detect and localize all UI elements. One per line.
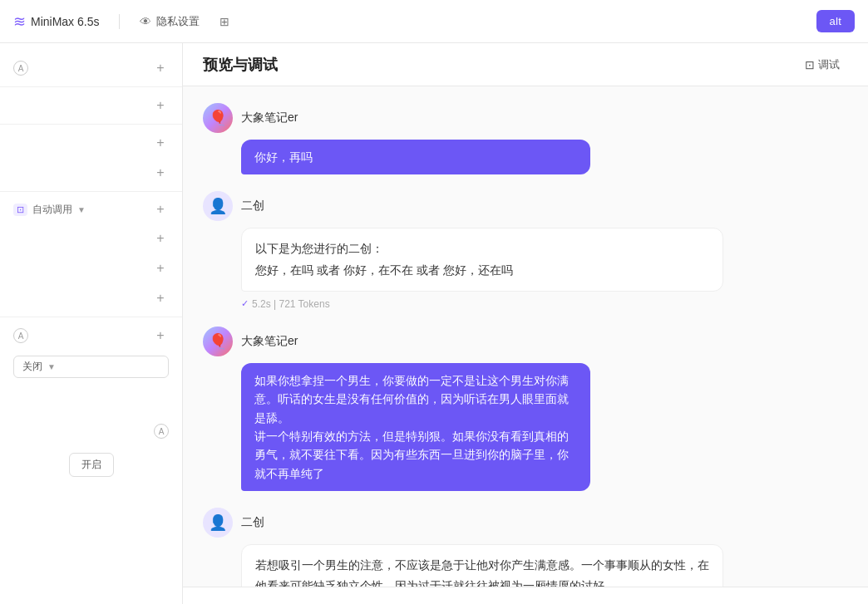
sidebar-section-2: A + (0, 321, 182, 351)
sidebar-circle-a: A (13, 61, 28, 76)
sidebar-circle-a2: A (13, 328, 28, 343)
sidebar-auto-badge: ⊡ 自动调用 ▼ (13, 203, 86, 217)
sidebar-row-2: + (0, 128, 182, 158)
sidebar-plus-3[interactable]: + (152, 135, 169, 151)
eye-icon: 👁 (140, 15, 151, 28)
sidebar-plus-8[interactable]: + (152, 290, 169, 307)
bubble-2: 以下是为您进行的二创：您好，在吗 或者 你好，在不在 或者 您好，还在吗 (241, 228, 723, 291)
avatar-2: 👤 (203, 191, 233, 221)
sidebar-plus-1[interactable]: + (152, 60, 169, 76)
sidebar-row-6: + (0, 283, 182, 313)
avatar-3: 🎈 (203, 327, 233, 356)
message-name-3: 大象笔记er (241, 334, 298, 349)
bottom-bar (183, 587, 868, 604)
auto-badge-icon: ⊡ (13, 204, 27, 216)
meta-check-icon-2: ✓ (241, 298, 249, 309)
meta-text-2: 5.2s | 721 Tokens (252, 298, 330, 310)
sidebar-dropdown-label: 关闭 (22, 360, 42, 374)
message-block-2: 👤 二创 以下是为您进行的二创：您好，在吗 或者 你好，在不在 或者 您好，还在… (203, 191, 848, 309)
message-header-1: 🎈 大象笔记er (203, 103, 848, 133)
sidebar-row-3: + (0, 158, 182, 188)
bubble-2-text: 以下是为您进行的二创：您好，在吗 或者 你好，在不在 或者 您好，还在吗 (255, 242, 513, 276)
sidebar-row-1: + (0, 91, 182, 120)
auto-icon-symbol: ⊡ (17, 204, 24, 215)
sidebar-auto-label: 自动调用 (32, 203, 72, 217)
sidebar-dropdown-chevron: ▼ (47, 362, 56, 371)
sidebar-row-5: + (0, 253, 182, 283)
sidebar-auto-row: ⊡ 自动调用 ▼ + (0, 195, 182, 223)
message-block-1: 🎈 大象笔记er 你好，再吗 (203, 103, 848, 174)
main-layout: A + + + + ⊡ 自动调用 ▼ + + + (0, 43, 868, 604)
sidebar-divider-3 (0, 191, 182, 192)
sidebar-plus-9[interactable]: + (152, 327, 169, 344)
avatar-1: 🎈 (203, 103, 233, 133)
message-name-1: 大象笔记er (241, 110, 298, 125)
bubble-1: 你好，再吗 (241, 140, 590, 174)
content-header: 预览与调试 ⊡ 调试 (183, 43, 868, 86)
sidebar-bottom-circle: A (0, 416, 182, 446)
sidebar-section-1: A + (0, 53, 182, 83)
content-area: 预览与调试 ⊡ 调试 🎈 大象笔记er 你好，再吗 (183, 43, 868, 604)
message-name-4: 二创 (241, 515, 264, 530)
sidebar-plus-4[interactable]: + (152, 165, 169, 181)
sidebar-row-4: + (0, 223, 182, 253)
message-block-4: 👤 二创 若想吸引一个男生的注意，不应该是急于让他对你产生满意感。一个事事顺从的… (203, 508, 848, 587)
message-name-2: 二创 (241, 199, 264, 214)
nav-action-btn[interactable]: aIt (816, 10, 855, 32)
sidebar-divider-2 (0, 124, 182, 125)
sidebar-open-row: 开启 (0, 446, 182, 484)
sidebar-plus-7[interactable]: + (152, 260, 169, 277)
sidebar-circle-bottom: A (154, 424, 169, 439)
minimax-icon: ≋ (13, 12, 26, 31)
content-title: 预览与调试 (203, 55, 278, 75)
sidebar-open-btn[interactable]: 开启 (69, 453, 114, 477)
nav-privacy[interactable]: 👁 隐私设置 (140, 14, 200, 29)
sidebar-divider-1 (0, 86, 182, 87)
nav-divider (119, 14, 120, 29)
chat-area: 🎈 大象笔记er 你好，再吗 👤 二创 以下是为您进行的二创：您好，在吗 或者 … (183, 86, 868, 587)
sidebar-divider-4 (0, 317, 182, 317)
nav-right: aIt (816, 10, 855, 32)
dropdown-chevron-icon: ▼ (77, 205, 86, 214)
tools-icon: ⊞ (219, 15, 229, 28)
message-header-3: 🎈 大象笔记er (203, 327, 848, 356)
message-meta-2: ✓ 5.2s | 721 Tokens (241, 298, 848, 310)
message-header-4: 👤 二创 (203, 508, 848, 538)
bubble-3: 如果你想拿捏一个男生，你要做的一定不是让这个男生对你满意。听话的女生是没有任何价… (241, 363, 590, 491)
sidebar-plus-5[interactable]: + (152, 201, 169, 218)
sidebar: A + + + + ⊡ 自动调用 ▼ + + + (0, 43, 183, 604)
bubble-4: 若想吸引一个男生的注意，不应该是急于让他对你产生满意感。一个事事顺从的女性，在他… (241, 544, 723, 587)
sidebar-dropdown[interactable]: 关闭 ▼ (13, 356, 169, 378)
debug-button[interactable]: ⊡ 调试 (796, 54, 848, 76)
sidebar-plus-2[interactable]: + (152, 97, 169, 114)
content-header-right: ⊡ 调试 (796, 54, 848, 76)
user-icon-4: 👤 (209, 513, 227, 532)
avatar-4: 👤 (203, 508, 233, 538)
message-header-2: 👤 二创 (203, 191, 848, 221)
nav-privacy-label: 隐私设置 (156, 14, 200, 29)
message-block-3: 🎈 大象笔记er 如果你想拿捏一个男生，你要做的一定不是让这个男生对你满意。听话… (203, 327, 848, 491)
nav-logo[interactable]: ≋ MiniMax 6.5s (13, 12, 99, 31)
top-nav: ≋ MiniMax 6.5s 👁 隐私设置 ⊞ aIt (0, 0, 868, 43)
user-icon-2: 👤 (209, 197, 227, 215)
debug-label: 调试 (818, 57, 840, 72)
sidebar-plus-6[interactable]: + (152, 230, 169, 247)
nav-tools[interactable]: ⊞ (219, 15, 229, 28)
bubble-4-text: 若想吸引一个男生的注意，不应该是急于让他对你产生满意感。一个事事顺从的女性，在他… (255, 558, 709, 587)
nav-logo-text: MiniMax 6.5s (31, 15, 99, 28)
debug-icon: ⊡ (805, 58, 815, 71)
